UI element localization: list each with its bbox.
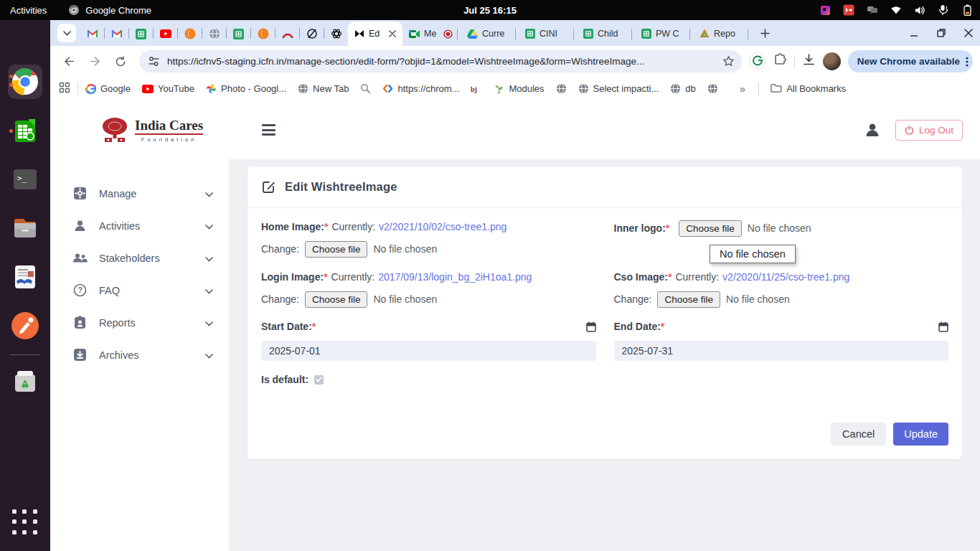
search-icon [360,83,371,94]
pinned-tab-sheets-2[interactable] [227,22,250,46]
bookmarks-overflow-chevron[interactable]: » [735,80,750,97]
downloads-icon[interactable] [802,53,816,70]
bookmark-globe-2[interactable] [703,81,722,96]
tab-sheet-pw[interactable]: PW C [635,22,693,46]
pinned-tab-red-arc[interactable] [275,22,299,46]
close-window-button[interactable] [964,29,973,37]
pinned-tab-gmail[interactable] [80,22,104,46]
pinned-tab-orange-site-2[interactable] [251,22,275,46]
restore-button[interactable] [937,29,946,37]
forward-button[interactable] [83,50,106,73]
sidebar-item-manage[interactable]: Manage [50,177,229,209]
tab-repo[interactable]: Repo [693,22,751,46]
pinned-tab-youtube[interactable] [154,22,177,46]
tab-sheet-cini[interactable]: CINI [519,22,577,46]
calendar-icon[interactable] [938,321,948,332]
sidebar-item-archives[interactable]: Archives [50,339,229,371]
dock-postman-icon[interactable] [8,309,42,343]
bookmark-search[interactable] [356,81,375,96]
pinned-tab-orange-site[interactable] [178,22,202,46]
user-icon[interactable] [864,121,881,138]
pinned-tab-circle-slash[interactable] [300,22,324,46]
dock-chrome-icon[interactable] [8,65,42,99]
pinned-tab-chatgpt[interactable] [324,22,348,46]
cso-choose-file-button[interactable]: Choose file [657,291,720,308]
pinned-tab-globe[interactable] [202,22,226,46]
dock-document-viewer-icon[interactable] [8,260,42,294]
person-icon [72,220,88,232]
url-text[interactable]: https://icfnv5-staging.icfn.in/manage-se… [167,56,715,67]
cancel-button[interactable]: Cancel [831,423,886,446]
update-button[interactable]: Update [893,423,948,446]
home-choose-file-button[interactable]: Choose file [305,241,368,258]
pinned-tab-gmail-2[interactable] [105,22,128,46]
chrome-update-pill[interactable]: New Chrome available [848,50,973,72]
clock[interactable]: Jul 25 16:15 [463,5,517,16]
home-image-link[interactable]: v2/2021/10/02/cso-tree1.png [379,221,507,232]
inner-logo-choose-file-button[interactable]: Choose file [679,220,742,237]
cso-image-link[interactable]: v2/2020/11/25/cso-tree1.png [722,271,849,283]
grammarly-extension-icon[interactable] [749,52,766,72]
reload-button[interactable] [109,50,132,73]
start-date-input[interactable] [261,341,596,361]
logout-button[interactable]: Log Out [895,120,963,141]
show-applications-button[interactable] [12,509,38,535]
end-date-input[interactable] [614,341,949,361]
screenshare-tray-icon[interactable] [843,4,854,16]
profile-avatar[interactable] [823,52,841,70]
sidebar-item-reports[interactable]: Reports [50,306,229,339]
wifi-icon[interactable] [890,4,902,16]
bookmark-youtube[interactable]: YouTube [138,81,199,96]
bookmark-modules[interactable]: Modules [489,81,548,96]
battery-icon[interactable] [961,4,973,16]
id-badge-icon [72,316,88,329]
focused-app-indicator[interactable]: Google Chrome [68,4,151,16]
microphone-icon[interactable] [938,4,949,16]
browser-toolbar: https://icfnv5-staging.icfn.in/manage-se… [50,46,980,77]
minimize-button[interactable] [910,29,918,37]
brand-logo[interactable]: India Cares Foundation [99,116,203,144]
bookmark-globe-1[interactable] [552,81,571,96]
jetbrains-toolbox-tray-icon[interactable] [819,4,831,16]
apps-grid-icon[interactable] [59,82,70,95]
sidebar-item-activities[interactable]: Activities [50,209,229,242]
extensions-icon[interactable] [773,53,787,70]
chat-tray-icon[interactable] [867,4,878,16]
site-settings-icon[interactable] [148,56,160,67]
menu-kebab-icon[interactable] [966,56,969,67]
bookmark-newtab[interactable]: New Tab [293,81,353,96]
sidebar-item-stakeholders[interactable]: Stakeholders [50,242,229,274]
bookmark-star-icon[interactable] [722,55,735,67]
active-tab[interactable]: Ed [348,22,402,46]
is-default-checkbox[interactable] [314,375,324,385]
bookmark-db[interactable]: db [666,81,699,96]
calendar-icon[interactable] [586,321,596,332]
back-button[interactable] [57,50,80,73]
bookmark-photos[interactable]: Photo - Googl... [202,81,291,96]
dock-terminal-icon[interactable]: >_ [8,162,42,197]
dock-files-icon[interactable] [8,211,42,245]
bookmark-bajaj[interactable]: bj [466,83,486,95]
end-date-field: End Date:* [614,319,949,372]
activities-button[interactable]: Activities [10,5,47,16]
bookmark-select-impact[interactable]: Select impacti... [574,81,664,96]
tab-search-button[interactable] [57,24,76,42]
login-image-link[interactable]: 2017/09/13/login_bg_2iH1oa1.png [378,271,532,283]
all-bookmarks-button[interactable]: All Bookmarks [766,81,850,96]
pinned-tab-sheets[interactable] [129,22,153,46]
sidebar-item-faq[interactable]: ? FAQ [50,274,229,306]
bajaj-icon: bj [471,85,482,93]
dock-libreoffice-calc-icon[interactable] [8,113,42,148]
tab-sheet-child[interactable]: Child [577,22,635,46]
hamburger-menu-button[interactable] [262,124,275,136]
volume-icon[interactable] [914,4,925,16]
dock-trash-icon[interactable] [8,364,42,399]
new-tab-button[interactable] [755,24,774,42]
omnibox[interactable]: https://icfnv5-staging.icfn.in/manage-se… [139,50,742,72]
bookmark-google[interactable]: Google [81,81,135,96]
bookmark-chrom[interactable]: https://chrom... [378,81,463,96]
tab-drive[interactable]: Curre [461,22,519,46]
login-choose-file-button[interactable]: Choose file [305,291,368,308]
close-tab-icon[interactable] [389,30,396,37]
tab-meet[interactable]: Me [402,22,461,46]
